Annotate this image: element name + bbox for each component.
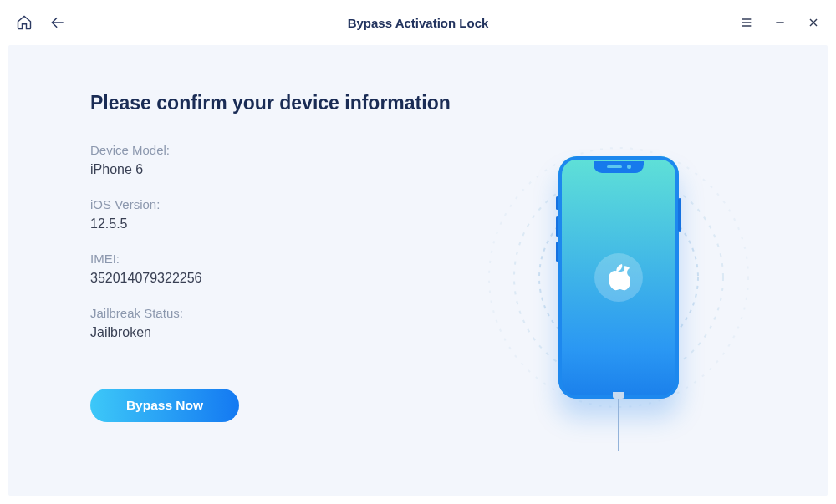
imei-label: IMEI:	[90, 252, 452, 266]
phone-icon	[558, 156, 679, 399]
phone-plug	[613, 392, 624, 399]
jailbreak-block: Jailbreak Status: Jailbroken	[90, 306, 452, 340]
app-window: Bypass Activation Lock Please confirm yo…	[0, 0, 836, 504]
apple-logo-circle	[594, 253, 643, 302]
device-model-block: Device Model: iPhone 6	[90, 143, 452, 177]
home-icon[interactable]	[15, 13, 33, 32]
imei-value: 352014079322256	[90, 271, 452, 286]
content-area: Please confirm your device information D…	[8, 45, 828, 496]
back-icon[interactable]	[48, 13, 67, 32]
phone-notch	[594, 161, 644, 173]
titlebar-nav	[15, 13, 67, 32]
phone-side-button	[556, 216, 558, 237]
jailbreak-label: Jailbreak Status:	[90, 306, 452, 320]
menu-icon[interactable]	[739, 15, 754, 30]
apple-icon	[607, 264, 630, 291]
phone-side-button	[556, 242, 558, 262]
phone-illustration	[452, 92, 786, 462]
window-controls	[739, 15, 821, 30]
window-title: Bypass Activation Lock	[348, 16, 489, 30]
page-title: Please confirm your device information	[90, 92, 452, 115]
device-info-panel: Please confirm your device information D…	[90, 92, 452, 462]
bypass-now-button[interactable]: Bypass Now	[90, 389, 239, 422]
device-model-label: Device Model:	[90, 143, 452, 157]
close-icon[interactable]	[806, 15, 821, 30]
pulse-container	[485, 144, 752, 411]
ios-version-value: 12.5.5	[90, 216, 452, 232]
phone-side-button	[556, 196, 558, 210]
imei-block: IMEI: 352014079322256	[90, 252, 452, 286]
phone-cable	[618, 399, 619, 451]
titlebar: Bypass Activation Lock	[0, 0, 836, 45]
ios-version-block: iOS Version: 12.5.5	[90, 197, 452, 232]
phone-side-button	[678, 198, 681, 232]
minimize-icon[interactable]	[772, 15, 788, 30]
ios-version-label: iOS Version:	[90, 197, 452, 211]
jailbreak-value: Jailbroken	[90, 325, 452, 340]
device-model-value: iPhone 6	[90, 162, 452, 177]
